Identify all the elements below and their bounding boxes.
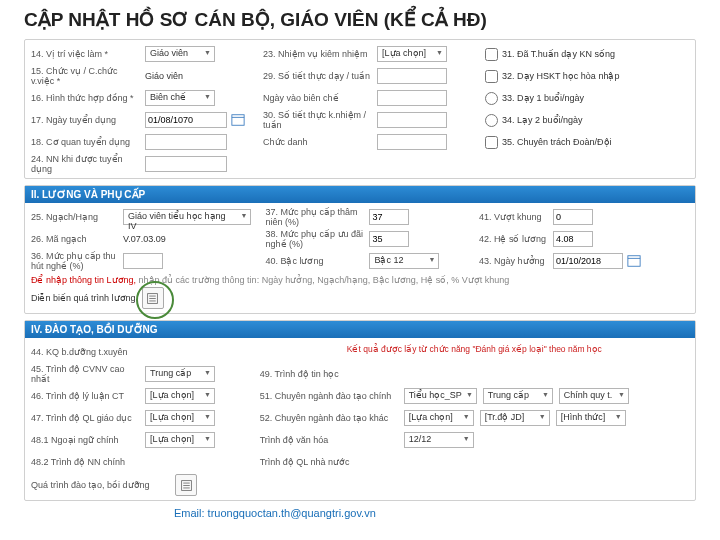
select-vi-tri[interactable]: Giáo viên [145, 46, 215, 62]
lbl-44: 44. KQ b.dưỡng t.xuyên [31, 347, 141, 357]
lbl-14: 14. Vị trí việc làm * [31, 49, 141, 59]
lbl-29: 29. Số tiết thực dạy / tuần [263, 71, 373, 81]
svg-rect-0 [232, 115, 244, 126]
select-52b[interactable]: [Tr.độ JD] [480, 410, 550, 426]
select-45[interactable]: Trung cấp [145, 366, 215, 382]
select-52a[interactable]: [Lựa chọn] [404, 410, 474, 426]
detail-quatrinh-button[interactable] [175, 474, 197, 496]
note-luong: Để nhập thông tin Lương, nhập đủ các trư… [31, 275, 689, 285]
lbl-52: 52. Chuyên ngành đào tạo khác [260, 413, 400, 423]
select-481[interactable]: [Lựa chọn] [145, 432, 215, 448]
lbl-34: 34. Lạy 2 buổi/ngày [502, 115, 583, 125]
lbl-35: 35. Chuyên trách Đoàn/Đội [502, 137, 612, 147]
lbl-43: 43. Ngày hưởng [479, 256, 549, 266]
radio-33[interactable] [485, 92, 498, 105]
checkbox-32[interactable] [485, 70, 498, 83]
input-30[interactable] [377, 112, 447, 128]
lbl-16: 16. Hình thức hợp đồng * [31, 93, 141, 103]
lbl-45: 45. Trình độ CVNV cao nhất [31, 364, 141, 384]
svg-rect-4 [148, 293, 158, 303]
lbl-26: 26. Mã ngạch [31, 234, 119, 244]
lbl-33: 33. Dạy 1 buổi/ngày [502, 93, 584, 103]
select-51c[interactable]: Chính quy t. [559, 388, 629, 404]
svg-rect-2 [628, 256, 640, 267]
input-17[interactable] [145, 112, 227, 128]
select-nhiem-vu[interactable]: [Lựa chọn] [377, 46, 447, 62]
lbl-24: 24. NN khi được tuyển dụng [31, 154, 141, 174]
select-47[interactable]: [Lựa chọn] [145, 410, 215, 426]
select-46[interactable]: [Lựa chọn] [145, 388, 215, 404]
lbl-37: 37. Mức phụ cấp thâm niên (%) [265, 207, 365, 227]
footer-email: Email: truongquoctan.th@quangtri.gov.vn [174, 507, 696, 519]
page-title: CẬP NHẬT HỒ SƠ CÁN BỘ, GIÁO VIÊN (KỂ CẢ … [24, 8, 696, 31]
val-26: V.07.03.09 [123, 234, 166, 244]
select-ngach[interactable]: Giáo viên tiểu học hạng IV [123, 209, 251, 225]
lbl-41: 41. Vượt khung [479, 212, 549, 222]
select-52c[interactable]: [Hình thức] [556, 410, 626, 426]
select-vh[interactable]: 12/12 [404, 432, 474, 448]
lbl-17: 17. Ngày tuyển dụng [31, 115, 141, 125]
lbl-dien-bien: Diễn biến quá trình lương [31, 293, 136, 303]
select-bac[interactable]: Bậc 12 [369, 253, 439, 269]
section-general: 14. Vị trí việc làm *Giáo viên 23. Nhiệm… [24, 39, 696, 179]
lbl-47: 47. Trình độ QL giáo dục [31, 413, 141, 423]
detail-luong-button[interactable] [142, 287, 164, 309]
lbl-40: 40. Bậc lương [265, 256, 365, 266]
input-ngay-bc[interactable] [377, 90, 447, 106]
lbl-46: 46. Trình độ lý luận CT [31, 391, 141, 401]
input-chuc-danh[interactable] [377, 134, 447, 150]
section-header-luong: II. LƯƠNG VÀ PHỤ CẤP [25, 186, 695, 203]
val-15: Giáo viên [145, 71, 183, 81]
calendar-icon[interactable] [231, 113, 245, 127]
lbl-31: 31. Đã T.huấn dạy KN sống [502, 49, 615, 59]
section-header-dao-tao: IV. ĐÀO TẠO, BỒI DƯỠNG [25, 321, 695, 338]
lbl-51: 51. Chuyên ngành đào tạo chính [260, 391, 400, 401]
lbl-18: 18. Cơ quan tuyển dụng [31, 137, 141, 147]
input-29[interactable] [377, 68, 447, 84]
lbl-quatrinh: Quá trình đào tạo, bồi dưỡng [31, 480, 171, 490]
lbl-chuc-danh: Chức danh [263, 137, 373, 147]
section-luong: II. LƯƠNG VÀ PHỤ CẤP 25. Ngạch/HạngGiáo … [24, 185, 696, 314]
lbl-49: 49. Trình độ tin học [260, 369, 370, 379]
select-hop-dong[interactable]: Biên chế [145, 90, 215, 106]
lbl-qlnn: Trình độ QL nhà nước [260, 457, 400, 467]
input-38[interactable] [369, 231, 409, 247]
input-36[interactable] [123, 253, 163, 269]
input-24[interactable] [145, 156, 227, 172]
lbl-42: 42. Hệ số lương [479, 234, 549, 244]
lbl-38: 38. Mức phụ cấp ưu đãi nghề (%) [265, 229, 365, 249]
lbl-vh: Trình độ văn hóa [260, 435, 400, 445]
select-51b[interactable]: Trung cấp [483, 388, 553, 404]
lbl-481: 48.1 Ngoại ngữ chính [31, 435, 141, 445]
lbl-482: 48.2 Trình độ NN chính [31, 457, 141, 467]
lbl-25: 25. Ngạch/Hạng [31, 212, 119, 222]
lbl-ngay-bc: Ngày vào biên chế [263, 93, 373, 103]
input-18[interactable] [145, 134, 227, 150]
checkbox-31[interactable] [485, 48, 498, 61]
input-42[interactable] [553, 231, 593, 247]
lbl-36: 36. Mức phụ cấp thu hút nghề (%) [31, 251, 119, 271]
lbl-15: 15. Chức vụ / C.chức v.việc * [31, 66, 141, 86]
section-dao-tao: IV. ĐÀO TẠO, BỒI DƯỠNG 44. KQ b.dưỡng t.… [24, 320, 696, 501]
lbl-30: 30. Số tiết thực k.nhiệm / tuần [263, 110, 373, 130]
checkbox-35[interactable] [485, 136, 498, 149]
input-41[interactable] [553, 209, 593, 225]
radio-34[interactable] [485, 114, 498, 127]
calendar-icon[interactable] [627, 254, 641, 268]
note-kq: Kết quả được lấy từ chức năng "Đánh giá … [260, 344, 689, 358]
select-51a[interactable]: Tiểu học_SP [404, 388, 477, 404]
lbl-32: 32. Dạy HSKT học hòa nhập [502, 71, 619, 81]
input-43[interactable] [553, 253, 623, 269]
lbl-23: 23. Nhiệm vụ kiêm nhiệm [263, 49, 373, 59]
input-37[interactable] [369, 209, 409, 225]
